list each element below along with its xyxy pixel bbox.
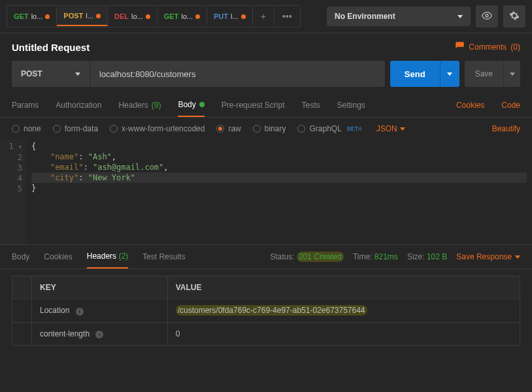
chevron-down-icon [400,127,405,131]
tab-authorization[interactable]: Authorization [56,101,101,116]
value-header: VALUE [167,276,520,299]
radio-icon [253,125,261,133]
header-value: 0 [167,322,520,346]
tab-text: l... [231,12,239,20]
unsaved-dot-icon [241,14,246,19]
chevron-down-icon [515,255,520,259]
save-button-group: Save [465,61,520,87]
chevron-down-icon [510,73,515,76]
tab-post[interactable]: POST l... [57,7,108,26]
save-dropdown-button[interactable] [503,61,520,87]
body-label: Body [178,100,195,109]
radio-icon [110,125,118,133]
editor-gutter: 1 ▾ 2 3 4 5 [0,140,26,244]
format-label: JSON [376,124,397,133]
header-value: /customers/0fda769c-c769-4e97-ab51-02e67… [167,299,520,323]
tab-get-1[interactable]: GET lo... [7,7,57,25]
radio-icon [53,125,61,133]
code-link[interactable]: Code [501,101,520,116]
request-header: Untitled Request Comments (0) [0,33,532,61]
environment-label: No Environment [335,12,395,21]
tab-text: lo... [31,12,43,20]
save-response-button[interactable]: Save Response [456,252,520,261]
response-meta: Status: 201 Created Time: 821ms Size: 10… [270,252,520,268]
body-type-options: none form-data x-www-form-urlencoded raw… [0,118,532,140]
size-value: 102 B [427,252,447,261]
environment-quicklook-button[interactable] [476,5,498,27]
request-tabs: GET lo... POST l... DEL lo... GET lo... … [7,5,301,27]
cookies-link[interactable]: Cookies [456,101,484,116]
info-icon[interactable]: i [95,331,103,338]
radio-label: x-www-form-urlencoded [122,124,205,133]
method-select[interactable]: POST [12,61,90,87]
svg-point-0 [486,14,488,17]
comments-count: (0) [510,42,520,52]
method-label: POST [63,12,83,20]
beautify-button[interactable]: Beautify [492,124,520,133]
active-dot-icon [199,102,205,107]
response-tabs: Body Cookies Headers (2) Test Results St… [0,244,532,269]
tab-settings[interactable]: Settings [337,101,365,116]
tab-text: l... [86,12,93,20]
key-header: KEY [32,276,168,299]
body-editor[interactable]: 1 ▾ 2 3 4 5 { "name": "Ash", "email": "a… [0,140,532,244]
tab-add-button[interactable]: + [253,6,274,27]
comment-icon [455,41,465,53]
header-key: content-length i [32,322,168,346]
send-button-group: Send [390,61,459,87]
table-row: content-length i 0 [12,322,520,346]
resp-tab-testresults[interactable]: Test Results [142,252,185,268]
radio-label: raw [228,124,241,133]
body-format-select[interactable]: JSON [376,124,405,133]
method-label: PUT [214,12,228,20]
method-label: GET [164,12,179,20]
unsaved-dot-icon [195,14,200,19]
time-label: Time: [353,252,373,261]
info-icon[interactable]: i [76,308,84,316]
size-label: Size: [407,252,425,261]
tab-del[interactable]: DEL lo... [108,7,158,25]
tab-tests[interactable]: Tests [301,101,320,116]
chevron-down-icon [447,73,452,76]
tab-body[interactable]: Body [178,100,204,117]
tab-more-button[interactable]: ••• [274,6,300,27]
url-input[interactable] [90,61,385,87]
radio-xwww[interactable]: x-www-form-urlencoded [110,124,205,133]
request-title: Untitled Request [12,42,90,53]
environment-select[interactable]: No Environment [327,7,471,26]
tab-get-2[interactable]: GET lo... [158,7,207,25]
radio-graphql[interactable]: GraphQL BETA [297,124,361,133]
radio-none[interactable]: none [12,124,41,133]
radio-formdata[interactable]: form-data [53,124,98,133]
table-gutter-header [12,276,32,299]
resp-tab-body[interactable]: Body [12,252,29,268]
comments-button[interactable]: Comments (0) [455,41,520,53]
headers-label: Headers [118,101,148,110]
request-subtabs: Params Authorization Headers (9) Body Pr… [0,87,532,118]
tab-prerequest[interactable]: Pre-request Script [222,101,285,116]
editor-content[interactable]: { "name": "Ash", "email": "ash@gmail.com… [26,140,532,244]
save-response-label: Save Response [456,252,512,261]
save-button[interactable]: Save [465,61,503,87]
response-headers-table: KEY VALUE Location i /customers/0fda769c… [0,269,532,352]
chevron-down-icon [75,73,80,76]
send-button[interactable]: Send [390,61,440,87]
radio-binary[interactable]: binary [253,124,286,133]
tab-put[interactable]: PUT l... [207,7,253,25]
method-value: POST [21,69,42,78]
radio-label: GraphQL [309,124,341,133]
unsaved-dot-icon [96,14,101,18]
resp-tab-headers[interactable]: Headers (2) [87,252,128,269]
resp-tab-cookies[interactable]: Cookies [44,252,72,268]
header-key: Location i [32,299,168,323]
top-bar: GET lo... POST l... DEL lo... GET lo... … [0,0,532,33]
tab-headers[interactable]: Headers (9) [118,101,161,116]
settings-button[interactable] [503,5,525,27]
send-dropdown-button[interactable] [440,61,459,87]
unsaved-dot-icon [45,14,50,19]
tab-params[interactable]: Params [12,101,39,116]
radio-raw[interactable]: raw [216,124,241,133]
gear-icon [509,10,520,23]
unsaved-dot-icon [146,14,150,19]
method-label: GET [14,12,29,20]
